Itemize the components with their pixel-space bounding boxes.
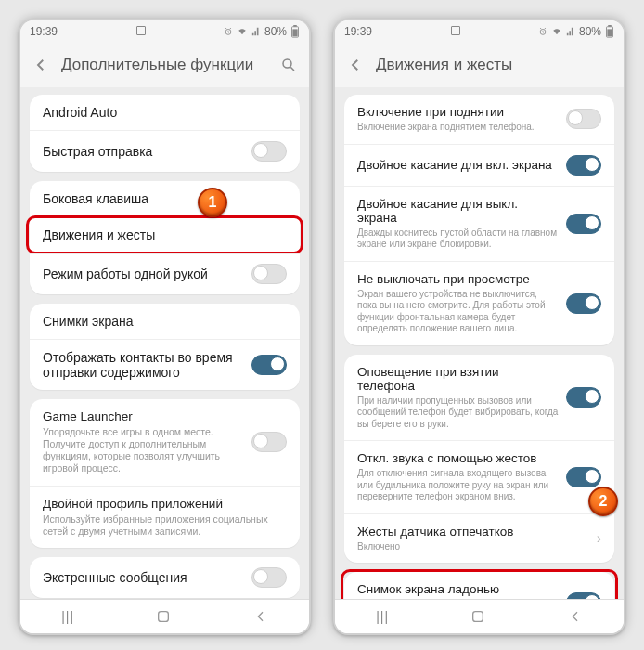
item-keep-on-looking[interactable]: Не выключать при просмотре Экран вашего … [344,261,614,345]
item-mute-gestures[interactable]: Откл. звука с помощью жестов Для отключе… [344,440,614,514]
item-dual-profile[interactable]: Двойной профиль приложений Используйте и… [30,486,300,548]
chevron-left-icon [32,57,49,73]
item-label: Боковая клавиша [43,191,279,206]
item-android-auto[interactable]: Android Auto [30,95,300,130]
back-button[interactable] [346,56,365,74]
chevron-right-icon: › [597,530,601,547]
wifi-icon [237,27,248,36]
svg-rect-5 [159,612,169,622]
badge-2: 2 [588,487,618,516]
item-game-launcher[interactable]: Game Launcher Упорядочьте все игры в одн… [30,399,300,486]
content: Включение при поднятии Включение экрана … [335,87,624,599]
item-label: Включение при поднятии [357,105,559,119]
item-label: Оповещение при взятии телефона [357,365,559,393]
svg-point-4 [283,59,291,68]
item-label: Двойной профиль приложений [43,497,279,511]
item-show-contacts[interactable]: Отображать контакты во время отправки со… [30,339,300,390]
nav-home[interactable] [470,609,485,624]
clock: 19:39 [30,25,58,38]
item-desc: Используйте избранные приложения социаль… [43,514,279,538]
toggle-quick-share[interactable] [251,141,287,162]
toggle-sos[interactable] [251,567,287,588]
card-3: Снимок экрана ладонью Чтобы сделать сним… [344,572,614,599]
toggle-mute-gestures[interactable] [566,467,601,488]
alarm-icon [224,27,233,36]
nav-recent[interactable]: ||| [376,609,389,624]
item-desc: Для отключения сигнала входящего вызова … [357,468,559,503]
item-desc: При наличии пропущенных вызовов или сооб… [357,396,559,431]
nav-back[interactable] [568,609,583,624]
item-lift-to-wake[interactable]: Включение при поднятии Включение экрана … [344,95,614,144]
item-desc: Включено [357,541,589,553]
toggle-lift-to-wake[interactable] [566,109,601,129]
svg-rect-8 [608,25,612,27]
nav-home[interactable] [156,609,171,624]
svg-rect-3 [292,29,297,36]
card-2: Оповещение при взятии телефона При налич… [344,355,614,564]
item-desc: Упорядочьте все игры в одном месте. Полу… [43,426,244,475]
toggle-show-contacts[interactable] [251,355,287,375]
item-fingerprint-gestures[interactable]: Жесты датчика отпечатков Включено › [344,514,614,564]
page-title: Движения и жесты [376,56,612,74]
search-button[interactable] [279,56,298,74]
item-motions[interactable]: Движения и жесты [30,216,300,253]
toggle-double-tap-on[interactable] [566,155,601,176]
card-4: Game Launcher Упорядочьте все игры в одн… [30,399,300,548]
item-label: Отображать контакты во время отправки со… [43,350,244,380]
item-label: Быстрая отправка [43,144,244,159]
item-label: Снимок экрана ладонью [357,582,559,596]
battery-icon [290,25,300,38]
badge-1: 1 [198,188,227,217]
item-label: Android Auto [43,105,279,120]
clock: 19:39 [344,25,372,38]
signal-icon [251,27,261,36]
phone-left: 19:39 80% Дополнительные функции Andr [19,19,311,635]
status-bar: 19:39 80% [335,20,624,43]
svg-rect-10 [473,612,483,622]
note-icon [136,26,146,35]
item-sos[interactable]: Экстренные сообщения [30,557,300,598]
back-button[interactable] [32,56,50,74]
header: Дополнительные функции [20,43,309,87]
svg-rect-9 [607,29,612,36]
note-icon [451,26,460,35]
toggle-one-hand[interactable] [251,264,287,284]
search-icon [280,57,297,73]
page-title: Дополнительные функции [61,56,279,74]
item-label: Жесты датчика отпечатков [357,525,589,539]
item-label: Не выключать при просмотре [357,272,559,286]
svg-rect-2 [293,25,297,27]
item-label: Движения и жесты [43,228,279,242]
item-label: Откл. звука с помощью жестов [357,451,559,465]
card-1: Включение при поднятии Включение экрана … [344,95,614,345]
item-double-tap-on[interactable]: Двойное касание для вкл. экрана [344,144,614,186]
toggle-keep-on-looking[interactable] [566,293,601,314]
item-alert-pickup[interactable]: Оповещение при взятии телефона При налич… [344,355,614,441]
nav-recent[interactable]: ||| [61,609,74,624]
item-quick-share[interactable]: Быстрая отправка [30,130,300,172]
item-screenshots[interactable]: Снимки экрана [30,304,300,339]
card-2: Боковая клавиша Движения и жесты Режим р… [30,181,300,294]
nav-back[interactable] [253,609,268,624]
item-desc: Экран вашего устройства не выключится, п… [357,289,559,335]
card-1: Android Auto Быстрая отправка [30,95,300,172]
toggle-alert-pickup[interactable] [566,387,601,408]
toggle-double-tap-off[interactable] [566,214,601,234]
item-side-key[interactable]: Боковая клавиша [30,181,300,216]
item-desc: Включение экрана поднятием телефона. [357,122,559,134]
item-palm-swipe[interactable]: Снимок экрана ладонью Чтобы сделать сним… [344,572,614,599]
item-label: Game Launcher [43,410,244,423]
toggle-game-launcher[interactable] [251,432,287,452]
item-desc: Дважды коснитесь пустой области на главн… [357,228,559,251]
battery-pct: 80% [579,25,601,38]
item-double-tap-off[interactable]: Двойное касание для выкл. экрана Дважды … [344,186,614,261]
item-one-hand[interactable]: Режим работы одной рукой [30,253,300,294]
item-label: Режим работы одной рукой [43,266,244,281]
wifi-icon [551,27,562,36]
card-5: Экстренные сообщения [30,557,300,598]
battery-icon [605,25,614,38]
nav-bar: ||| [20,599,309,633]
item-label: Двойное касание для выкл. экрана [357,197,559,225]
item-label: Снимки экрана [43,314,279,329]
toggle-palm-swipe[interactable] [566,592,601,600]
